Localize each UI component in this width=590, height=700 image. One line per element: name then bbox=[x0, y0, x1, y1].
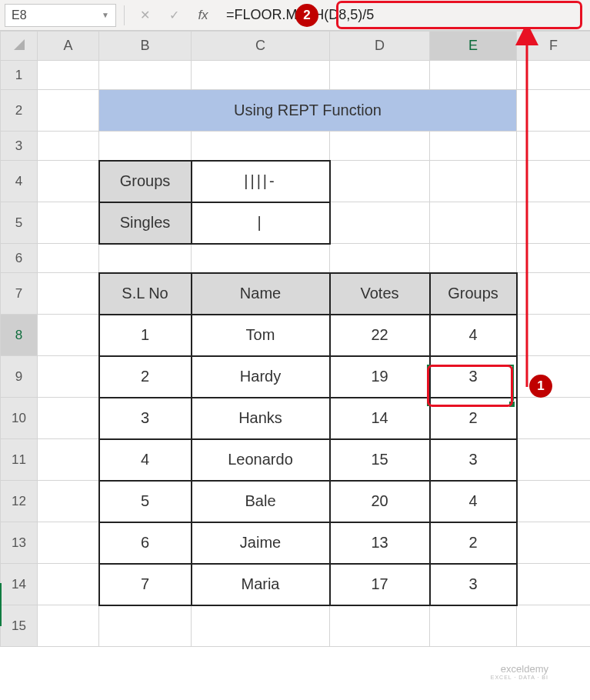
cell-votes-7[interactable]: 17 bbox=[330, 564, 430, 605]
cell-votes-5[interactable]: 20 bbox=[330, 481, 430, 522]
row-header-1[interactable]: 1 bbox=[1, 61, 38, 90]
select-all-triangle[interactable] bbox=[1, 32, 38, 61]
cell-C1[interactable] bbox=[192, 61, 330, 90]
col-header-D[interactable]: D bbox=[330, 32, 430, 61]
worksheet[interactable]: A B C D E F 1 2 Using REPT Function 3 bbox=[0, 31, 590, 647]
fx-icon[interactable]: fx bbox=[191, 4, 215, 27]
hdr-name[interactable]: Name bbox=[192, 273, 330, 315]
cell-name-4[interactable]: Leonardo bbox=[192, 439, 330, 481]
cell-sl-6[interactable]: 6 bbox=[99, 522, 192, 564]
cell-name-7[interactable]: Maria bbox=[192, 564, 330, 605]
formula-bar: E8 ▼ ✕ ✓ fx =FLOOR.MATH(D8,5)/5 bbox=[0, 0, 590, 31]
name-box[interactable]: E8 ▼ bbox=[5, 4, 116, 27]
row-header-6[interactable]: 6 bbox=[1, 244, 38, 273]
row-header-12[interactable]: 12 bbox=[1, 481, 38, 522]
cell-name-5[interactable]: Bale bbox=[192, 481, 330, 522]
row-header-4[interactable]: 4 bbox=[1, 161, 38, 202]
title-cell[interactable]: Using REPT Function bbox=[99, 90, 517, 132]
row-header-13[interactable]: 13 bbox=[1, 522, 38, 564]
cell-D1[interactable] bbox=[330, 61, 430, 90]
cell-votes-4[interactable]: 15 bbox=[330, 439, 430, 481]
cell-votes-3[interactable]: 14 bbox=[330, 398, 430, 439]
col-header-A[interactable]: A bbox=[38, 32, 99, 61]
watermark-main: exceldemy bbox=[501, 663, 548, 675]
row-header-5[interactable]: 5 bbox=[1, 202, 38, 244]
row-header-3[interactable]: 3 bbox=[1, 132, 38, 161]
spreadsheet-grid: A B C D E F 1 2 Using REPT Function 3 bbox=[0, 31, 590, 647]
watermark-sub: EXCEL · DATA · BI bbox=[491, 675, 548, 680]
separator bbox=[124, 5, 125, 25]
cancel-icon[interactable]: ✕ bbox=[132, 4, 157, 27]
singles-label[interactable]: Singles bbox=[99, 202, 192, 244]
cell-F1[interactable] bbox=[517, 61, 591, 90]
cell-sl-1[interactable]: 1 bbox=[99, 315, 192, 356]
enter-icon[interactable]: ✓ bbox=[162, 4, 186, 27]
cell-groups-5[interactable]: 4 bbox=[430, 481, 517, 522]
cell-groups-4[interactable]: 3 bbox=[430, 439, 517, 481]
row-header-7[interactable]: 7 bbox=[1, 273, 38, 315]
cell-groups-7[interactable]: 3 bbox=[430, 564, 517, 605]
row-header-8[interactable]: 8 bbox=[1, 315, 38, 356]
groups-label[interactable]: Groups bbox=[99, 161, 192, 202]
name-box-value: E8 bbox=[12, 8, 27, 22]
column-header-row: A B C D E F bbox=[1, 32, 591, 61]
cell-B1[interactable] bbox=[99, 61, 192, 90]
cell-groups-1[interactable]: 4 bbox=[430, 315, 517, 356]
cell-sl-4[interactable]: 4 bbox=[99, 439, 192, 481]
singles-symbol[interactable]: | bbox=[192, 202, 330, 244]
cell-groups-2[interactable]: 3 bbox=[430, 356, 517, 398]
cell-name-3[interactable]: Hanks bbox=[192, 398, 330, 439]
row-header-9[interactable]: 9 bbox=[1, 356, 38, 398]
cell-A1[interactable] bbox=[38, 61, 99, 90]
row-header-10[interactable]: 10 bbox=[1, 398, 38, 439]
cell-sl-3[interactable]: 3 bbox=[99, 398, 192, 439]
cell-groups-3[interactable]: 2 bbox=[430, 398, 517, 439]
cell-groups-6[interactable]: 2 bbox=[430, 522, 517, 564]
row-marker bbox=[0, 583, 2, 626]
row-header-2[interactable]: 2 bbox=[1, 90, 38, 132]
cell-E1[interactable] bbox=[430, 61, 517, 90]
col-header-C[interactable]: C bbox=[192, 32, 330, 61]
cell-votes-1[interactable]: 22 bbox=[330, 315, 430, 356]
formula-input[interactable]: =FLOOR.MATH(D8,5)/5 bbox=[222, 4, 585, 27]
cell-votes-2[interactable]: 19 bbox=[330, 356, 430, 398]
row-header-11[interactable]: 11 bbox=[1, 439, 38, 481]
col-header-B[interactable]: B bbox=[99, 32, 192, 61]
groups-symbol[interactable]: ||||- bbox=[192, 161, 330, 202]
cell-sl-5[interactable]: 5 bbox=[99, 481, 192, 522]
cell-sl-7[interactable]: 7 bbox=[99, 564, 192, 605]
hdr-slno[interactable]: S.L No bbox=[99, 273, 192, 315]
cell-name-6[interactable]: Jaime bbox=[192, 522, 330, 564]
watermark: exceldemy EXCEL · DATA · BI bbox=[491, 664, 548, 680]
hdr-votes[interactable]: Votes bbox=[330, 273, 430, 315]
cell-F2[interactable] bbox=[517, 90, 591, 132]
row-header-15[interactable]: 15 bbox=[1, 605, 38, 647]
formula-text: =FLOOR.MATH(D8,5)/5 bbox=[226, 7, 374, 23]
cell-A2[interactable] bbox=[38, 90, 99, 132]
cell-votes-6[interactable]: 13 bbox=[330, 522, 430, 564]
col-header-F[interactable]: F bbox=[517, 32, 591, 61]
name-box-dropdown-icon[interactable]: ▼ bbox=[102, 11, 109, 19]
cell-name-1[interactable]: Tom bbox=[192, 315, 330, 356]
col-header-E[interactable]: E bbox=[430, 32, 517, 61]
svg-marker-0 bbox=[14, 39, 25, 50]
cell-name-2[interactable]: Hardy bbox=[192, 356, 330, 398]
row-header-14[interactable]: 14 bbox=[1, 564, 38, 605]
cell-sl-2[interactable]: 2 bbox=[99, 356, 192, 398]
hdr-groups[interactable]: Groups bbox=[430, 273, 517, 315]
